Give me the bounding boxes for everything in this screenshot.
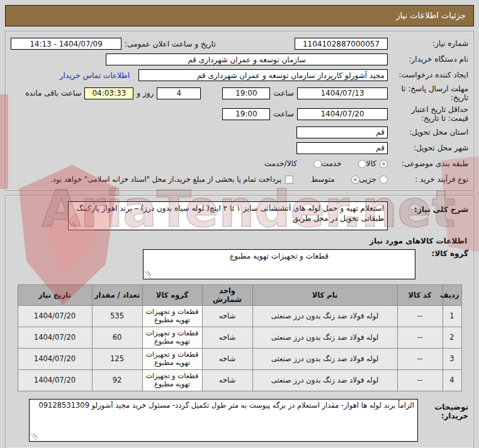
table-cell: لوله فولاد ضد زنگ بدون درز صنعتی xyxy=(252,305,397,327)
table-cell: 535 xyxy=(92,305,142,327)
city-row: شهر محل تحویل: قم xyxy=(11,142,468,155)
radio-goods-service[interactable] xyxy=(313,160,322,168)
buyer-notes-label: توضیحات خریدار: xyxy=(418,399,468,421)
remaining-label: ساعت باقی مانده xyxy=(25,89,81,98)
goods-table-header-cell: واحد شمارش xyxy=(202,284,252,305)
table-cell: قطعات و تجهیزات تهویه مطبوع xyxy=(142,327,202,348)
table-cell: لوله فولاد ضد زنگ بدون درز صنعتی xyxy=(252,348,397,369)
buyer-org-label: نام دستگاه خریدار: xyxy=(388,55,468,64)
buyer-notes-textarea[interactable]: الزاماً برند لوله ها اهواز- مقدار استعلا… xyxy=(29,399,418,442)
need-details-page: { "header": { "title": "جزئیات اطلاعات ن… xyxy=(0,0,479,448)
table-cell: -- xyxy=(397,348,442,369)
buyer-notes-row: توضیحات خریدار: الزاماً برند لوله ها اهو… xyxy=(11,399,468,442)
province-row: استان محل تحویل: قم xyxy=(11,126,468,139)
table-cell: 3 xyxy=(442,348,461,369)
table-cell: 125 xyxy=(92,348,142,369)
buyer-org-field[interactable]: سازمان توسعه و عمران شهرداری قم xyxy=(106,53,388,65)
days-label: روز و xyxy=(137,89,154,98)
need-number-label: شماره نیاز: xyxy=(388,39,468,48)
resize-grip-icon[interactable] xyxy=(30,434,37,440)
table-cell: 4 xyxy=(442,369,461,391)
radio-partial-label: جزیی xyxy=(359,175,376,184)
table-row: 4--لوله فولاد ضد زنگ بدون درز صنعتیشاخهق… xyxy=(18,369,461,391)
subject-class-row: طبقه بندی موضوعی: کالا خدمت کالا/خدمت xyxy=(11,157,468,171)
goods-table-header-cell: تعداد / مقدار xyxy=(92,284,142,305)
table-cell: 1404/07/20 xyxy=(18,348,92,369)
treasury-checkbox[interactable] xyxy=(285,176,293,184)
table-row: 2--لوله فولاد ضد زنگ بدون درز صنعتیشاخهق… xyxy=(18,327,461,348)
table-cell: 1404/07/20 xyxy=(18,369,92,391)
table-row: 3--لوله فولاد ضد زنگ بدون درز صنعتیشاخهق… xyxy=(18,348,461,369)
validity-time-field[interactable]: 19:00 xyxy=(222,108,270,120)
resize-grip-icon[interactable] xyxy=(69,222,76,229)
goods-table-body: 1--لوله فولاد ضد زنگ بدون درز صنعتیشاخهق… xyxy=(18,305,461,391)
need-info-panel: شماره نیاز: 1104102887000057 تاریخ و ساع… xyxy=(5,31,474,191)
goods-table-header-row: ردیفکد کالانام کالاواحد شمارشگروه کالاتع… xyxy=(18,284,461,305)
remaining-time-field: 04:03:33 xyxy=(84,87,133,99)
table-cell: شاخه xyxy=(202,305,252,327)
process-type-label: نوع فرآیند خرید : xyxy=(388,175,468,184)
subject-class-label: طبقه بندی موضوعی: xyxy=(388,159,468,168)
table-cell: 2 xyxy=(442,327,461,348)
table-cell: -- xyxy=(397,305,442,327)
need-description-label: شرح کلی نیاز: xyxy=(388,201,468,214)
table-cell: قطعات و تجهیزات تهویه مطبوع xyxy=(142,348,202,369)
table-cell: 1 xyxy=(442,305,461,327)
goods-table-header-cell: ردیف xyxy=(442,284,461,305)
goods-table-header-cell: کد کالا xyxy=(397,284,442,305)
goods-group-textarea[interactable]: قطعات و تجهیزات تهویه مطبوع xyxy=(143,249,415,279)
buyer-notes-text: الزاماً برند لوله ها اهواز- مقدار استعلا… xyxy=(38,401,414,410)
radio-goods[interactable] xyxy=(380,160,388,168)
goods-table: ردیفکد کالانام کالاواحد شمارشگروه کالاتع… xyxy=(18,284,462,391)
goods-group-row: گروه کالا: قطعات و تجهیزات تهویه مطبوع xyxy=(11,249,468,279)
province-label: استان محل تحویل: xyxy=(388,128,468,137)
radio-service-label: خدمت xyxy=(322,159,342,168)
validity-date-field[interactable]: 1404/07/20 xyxy=(297,108,388,120)
table-cell: -- xyxy=(397,369,442,391)
validity-row: حداقل تاریخ اعتبار قیمت: تا تاریخ: 1404/… xyxy=(11,105,468,123)
announce-datetime-field[interactable]: 1404/07/09 - 14:13 xyxy=(11,38,121,50)
creator-label: ایجاد کننده درخواست: xyxy=(388,70,468,79)
goods-info-panel: شرح کلی نیاز: استعلام تهیه و حمل لوله ها… xyxy=(5,195,474,448)
deadline-label: مهلت ارسال پاسخ: تا تاریخ: xyxy=(388,84,468,103)
deadline-hour-label: ساعت xyxy=(273,89,294,98)
need-description-textarea[interactable]: استعلام تهیه و حمل لوله های آتشنشانی سای… xyxy=(68,201,388,230)
table-cell: قطعات و تجهیزات تهویه مطبوع xyxy=(142,305,202,327)
buyer-org-row: نام دستگاه خریدار: سازمان توسعه و عمران … xyxy=(11,53,468,66)
deadline-date-field[interactable]: 1404/07/13 xyxy=(297,87,388,99)
treasury-checkbox-label: پرداخت تمام یا بخشی از مبلغ خرید،از محل … xyxy=(50,175,281,184)
table-cell: 1404/07/20 xyxy=(18,327,92,348)
page-title: جزئیات اطلاعات نیاز xyxy=(5,5,474,26)
table-cell: 92 xyxy=(92,369,142,391)
table-cell: شاخه xyxy=(202,369,252,391)
resize-grip-icon[interactable] xyxy=(144,271,151,278)
announce-label: تاریخ و ساعت اعلان عمومی: xyxy=(125,40,216,48)
goods-group-label: گروه کالا: xyxy=(415,249,468,258)
table-cell: 1404/07/20 xyxy=(18,305,92,327)
radio-medium[interactable] xyxy=(351,176,359,184)
city-label: شهر محل تحویل: xyxy=(388,143,468,152)
goods-group-text: قطعات و تجهیزات تهویه مطبوع xyxy=(230,252,329,260)
province-field[interactable]: قم xyxy=(296,126,388,138)
deadline-row: مهلت ارسال پاسخ: تا تاریخ: 1404/07/13 سا… xyxy=(11,84,468,103)
need-number-field[interactable]: 1104102887000057 xyxy=(295,38,388,50)
radio-partial[interactable] xyxy=(380,176,388,184)
radio-medium-label: متوسط xyxy=(311,175,335,184)
city-field[interactable]: قم xyxy=(296,142,388,154)
deadline-time-field[interactable]: 19:00 xyxy=(222,87,270,99)
goods-table-header-cell: گروه کالا xyxy=(142,284,202,305)
validity-label: حداقل تاریخ اعتبار قیمت: تا تاریخ: xyxy=(388,105,468,123)
buyer-contact-link[interactable]: اطلاعات تماس خریدار xyxy=(60,71,130,80)
radio-service[interactable] xyxy=(358,160,366,168)
need-description-text: استعلام تهیه و حمل لوله های آتشنشانی سای… xyxy=(76,204,384,223)
remaining-days-field: 4 xyxy=(157,87,201,99)
creator-row: ایجاد کننده درخواست: مجید آشورلو کارپردا… xyxy=(11,69,468,82)
goods-table-header-cell: تاریخ نیاز xyxy=(18,284,92,305)
goods-section-title: اطلاعات کالاهای مورد نیاز xyxy=(12,237,467,245)
need-description-row: شرح کلی نیاز: استعلام تهیه و حمل لوله ها… xyxy=(11,201,468,230)
creator-field[interactable]: مجید آشورلو کارپرداز سازمان توسعه و عمرا… xyxy=(138,69,388,81)
validity-hour-label: ساعت xyxy=(273,109,294,118)
need-number-row: شماره نیاز: 1104102887000057 تاریخ و ساع… xyxy=(11,37,468,50)
table-cell: لوله فولاد ضد زنگ بدون درز صنعتی xyxy=(252,327,397,348)
table-cell: شاخه xyxy=(202,348,252,369)
